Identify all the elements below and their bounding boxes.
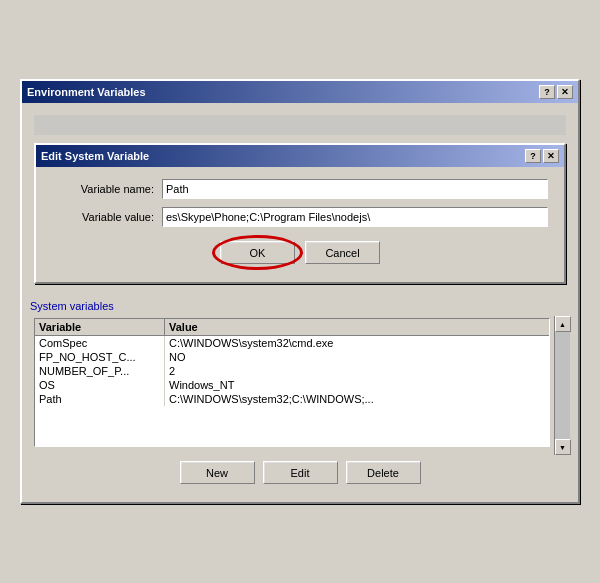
inner-help-button[interactable]: ? <box>525 149 541 163</box>
outer-window-title: Environment Variables <box>27 86 146 98</box>
table-cell-variable: ComSpec <box>35 336 165 350</box>
dialog-button-row: OK Cancel <box>52 241 548 264</box>
table-cell-value: NO <box>165 350 549 364</box>
table-cell-value: 2 <box>165 364 549 378</box>
variable-value-label: Variable value: <box>52 211 162 223</box>
cancel-button[interactable]: Cancel <box>305 241 380 264</box>
table-header: Variable Value <box>35 319 549 336</box>
table-cell-value: C:\WINDOWS\system32;C:\WINDOWS;... <box>165 392 549 406</box>
outer-window-content: Edit System Variable ? ✕ Variable name: … <box>22 103 578 502</box>
new-button[interactable]: New <box>180 461 255 484</box>
outer-title-bar: Environment Variables ? ✕ <box>22 81 578 103</box>
inner-title-controls: ? ✕ <box>525 149 559 163</box>
table-cell-variable: OS <box>35 378 165 392</box>
table-cell-variable: Path <box>35 392 165 406</box>
scrollbar[interactable]: ▲ ▼ <box>554 316 570 455</box>
scroll-up-button[interactable]: ▲ <box>555 316 571 332</box>
inner-dialog-content: Variable name: Variable value: OK Cancel <box>36 167 564 282</box>
inner-dialog-title: Edit System Variable <box>41 150 149 162</box>
column-header-value: Value <box>165 319 549 335</box>
outer-window: Environment Variables ? ✕ Edit System Va… <box>20 79 580 504</box>
scroll-track <box>555 332 570 439</box>
column-header-variable: Variable <box>35 319 165 335</box>
ok-button-wrapper: OK <box>220 241 295 264</box>
system-variables-buttons: New Edit Delete <box>30 455 570 494</box>
table-body[interactable]: ComSpecC:\WINDOWS\system32\cmd.exeFP_NO_… <box>35 336 549 446</box>
inner-title-bar: Edit System Variable ? ✕ <box>36 145 564 167</box>
system-variables-label: System variables <box>30 296 570 312</box>
scroll-down-button[interactable]: ▼ <box>555 439 571 455</box>
system-variables-table: Variable Value ComSpecC:\WINDOWS\system3… <box>34 318 550 447</box>
variable-name-row: Variable name: <box>52 179 548 199</box>
system-variables-table-wrapper: Variable Value ComSpecC:\WINDOWS\system3… <box>30 316 570 455</box>
variable-value-input[interactable] <box>162 207 548 227</box>
outer-help-button[interactable]: ? <box>539 85 555 99</box>
variable-value-row: Variable value: <box>52 207 548 227</box>
table-row[interactable]: FP_NO_HOST_C...NO <box>35 350 549 364</box>
ok-button[interactable]: OK <box>220 241 295 264</box>
table-row[interactable]: ComSpecC:\WINDOWS\system32\cmd.exe <box>35 336 549 350</box>
table-row[interactable]: PathC:\WINDOWS\system32;C:\WINDOWS;... <box>35 392 549 406</box>
table-row[interactable]: NUMBER_OF_P...2 <box>35 364 549 378</box>
inner-close-button[interactable]: ✕ <box>543 149 559 163</box>
table-cell-value: C:\WINDOWS\system32\cmd.exe <box>165 336 549 350</box>
system-variables-section: System variables Variable Value ComSpecC… <box>30 296 570 494</box>
table-cell-variable: NUMBER_OF_P... <box>35 364 165 378</box>
outer-title-controls: ? ✕ <box>539 85 573 99</box>
edit-system-variable-dialog: Edit System Variable ? ✕ Variable name: … <box>34 143 566 284</box>
edit-button[interactable]: Edit <box>263 461 338 484</box>
table-row[interactable]: OSWindows_NT <box>35 378 549 392</box>
delete-button[interactable]: Delete <box>346 461 421 484</box>
variable-name-input[interactable] <box>162 179 548 199</box>
variable-name-label: Variable name: <box>52 183 162 195</box>
user-variables-placeholder <box>34 115 566 135</box>
table-cell-value: Windows_NT <box>165 378 549 392</box>
table-cell-variable: FP_NO_HOST_C... <box>35 350 165 364</box>
outer-close-button[interactable]: ✕ <box>557 85 573 99</box>
